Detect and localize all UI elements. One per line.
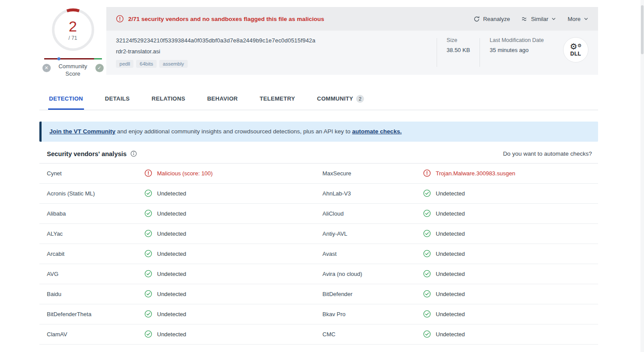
modified-value: 35 minutes ago xyxy=(490,47,544,53)
tab-details[interactable]: DETAILS xyxy=(104,89,131,110)
vendor-row: AVGUndetectedAvira (no cloud)Undetected xyxy=(39,264,598,284)
vendor-row: ArcabitUndetectedAvastUndetected xyxy=(39,244,598,264)
score-value: 2 xyxy=(69,19,77,34)
check-circle-icon xyxy=(144,270,152,278)
join-vt-community-link[interactable]: Join the VT Community xyxy=(49,128,116,135)
file-tag[interactable]: 64bits xyxy=(136,60,157,68)
vendor-status: Undetected xyxy=(144,330,322,338)
vote-malicious-icon[interactable]: ✓ xyxy=(95,64,104,72)
similar-button[interactable]: Similar xyxy=(522,16,556,22)
vendor-name: BitDefender xyxy=(322,291,423,297)
reanalyze-button[interactable]: Reanalyze xyxy=(473,16,510,22)
check-circle-icon xyxy=(423,330,431,338)
vendor-status: Undetected xyxy=(144,230,322,237)
check-circle-icon xyxy=(423,290,431,298)
vendor-status: Malicious (score: 100) xyxy=(144,169,322,177)
vendor-status: Undetected xyxy=(144,290,322,298)
tab-label: TELEMETRY xyxy=(259,95,295,102)
vendor-name: ALYac xyxy=(47,230,144,237)
community-banner: Join the VT Community and enjoy addition… xyxy=(39,122,598,142)
tab-community[interactable]: COMMUNITY2 xyxy=(316,89,365,110)
file-tag[interactable]: pedll xyxy=(116,60,133,68)
vendor-row: ALYacUndetectedAntiy-AVLUndetected xyxy=(39,224,598,244)
vendor-result: Undetected xyxy=(157,210,186,217)
score-widget: 2 / 71 ✕ Community Score ✓ xyxy=(39,7,106,78)
file-info-section: 32124f529234210f53393844a0f035dbf0a3d7e8… xyxy=(106,31,598,75)
vendor-row: Acronis (Static ML)UndetectedAhnLab-V3Un… xyxy=(39,184,598,204)
vendor-status: Undetected xyxy=(144,250,322,258)
chevron-down-icon xyxy=(584,17,588,21)
vendor-name: Bkav Pro xyxy=(322,311,423,317)
vendor-result: Undetected xyxy=(436,230,465,237)
security-vendors-analysis: Security vendors' analysis Do you want t… xyxy=(39,142,598,345)
file-name: rdr2-translator.asi xyxy=(116,48,437,55)
vendor-status: Undetected xyxy=(144,310,322,318)
vendor-result: Undetected xyxy=(157,311,186,317)
alert-actions: Reanalyze Similar xyxy=(473,16,588,22)
score-total: / 71 xyxy=(68,35,77,41)
tab-label: DETECTION xyxy=(49,95,83,102)
vendor-status: Trojan.Malware.300983.susgen xyxy=(423,169,598,177)
vendor-status: Undetected xyxy=(423,290,598,298)
check-circle-icon xyxy=(144,209,152,217)
gear-small-icon: ⚙ xyxy=(578,43,582,48)
vendor-name: MaxSecure xyxy=(322,170,423,177)
tab-behavior[interactable]: BEHAVIOR xyxy=(206,89,238,110)
check-circle-icon xyxy=(423,230,431,237)
vendor-row: BitDefenderThetaUndetectedBkav ProUndete… xyxy=(39,304,598,324)
banner-text: and enjoy additional community insights … xyxy=(116,128,352,135)
vendor-status: Undetected xyxy=(144,209,322,217)
check-circle-icon xyxy=(423,250,431,258)
check-circle-icon xyxy=(144,330,152,338)
vendor-name: Acronis (Static ML) xyxy=(47,190,144,197)
check-circle-icon xyxy=(144,189,152,197)
tab-bar: DETECTIONDETAILSRELATIONSBEHAVIORTELEMET… xyxy=(39,89,598,110)
vendor-name: Avira (no cloud) xyxy=(322,271,423,277)
tab-label: DETAILS xyxy=(105,95,130,102)
vote-harmless-icon[interactable]: ✕ xyxy=(42,64,51,72)
alert-message: 2/71 security vendors and no sandboxes f… xyxy=(128,16,324,22)
similar-icon xyxy=(522,16,528,22)
file-tag[interactable]: assembly xyxy=(159,60,188,68)
check-circle-icon xyxy=(423,270,431,278)
file-size-block: Size 38.50 KB xyxy=(437,37,480,53)
vendor-status: Undetected xyxy=(423,250,598,258)
scrollbar-thumb[interactable] xyxy=(641,5,644,54)
vendor-name: Antiy-AVL xyxy=(322,230,423,237)
vendor-name: AVG xyxy=(47,271,144,277)
check-circle-icon xyxy=(144,230,152,237)
vendor-result: Undetected xyxy=(157,190,186,197)
detection-alert-bar: 2/71 security vendors and no sandboxes f… xyxy=(106,7,598,31)
chevron-down-icon xyxy=(551,17,556,21)
vendor-table: CynetMalicious (score: 100)MaxSecureTroj… xyxy=(39,164,598,345)
tab-badge: 2 xyxy=(356,95,364,103)
automate-checks-question: Do you want to automate checks? xyxy=(503,150,592,157)
detection-score-gauge: 2 / 71 xyxy=(50,7,96,52)
score-marker-dot xyxy=(57,57,60,60)
vendor-result: Undetected xyxy=(436,251,465,257)
tab-detection[interactable]: DETECTION xyxy=(48,89,84,110)
more-button[interactable]: More xyxy=(567,16,588,22)
more-label: More xyxy=(567,16,581,22)
community-score-bar xyxy=(44,58,102,59)
vendor-result: Undetected xyxy=(157,291,186,297)
file-hash: 32124f529234210f53393844a0f035dbf0a3d7e8… xyxy=(116,37,437,44)
vendor-status: Undetected xyxy=(423,209,598,217)
filetype-dll-badge: ⚙⚙ DLL xyxy=(563,37,588,63)
tab-label: BEHAVIOR xyxy=(207,95,238,102)
tab-relations[interactable]: RELATIONS xyxy=(151,89,186,110)
vendor-result: Undetected xyxy=(157,331,186,338)
community-score-label: Community Score xyxy=(55,63,91,78)
vendor-result: Undetected xyxy=(436,190,465,197)
info-icon[interactable] xyxy=(130,150,137,157)
tab-telemetry[interactable]: TELEMETRY xyxy=(259,89,296,110)
vendor-name: Alibaba xyxy=(47,210,144,217)
vendor-result: Undetected xyxy=(157,251,186,257)
check-circle-icon xyxy=(144,310,152,318)
file-report-card: 2/71 security vendors and no sandboxes f… xyxy=(106,7,598,78)
modification-date-block: Last Modification Date 35 minutes ago xyxy=(480,37,553,53)
reanalyze-label: Reanalyze xyxy=(483,16,510,22)
similar-label: Similar xyxy=(531,16,549,22)
automate-checks-link[interactable]: automate checks. xyxy=(352,128,402,135)
tab-label: COMMUNITY xyxy=(317,95,353,102)
